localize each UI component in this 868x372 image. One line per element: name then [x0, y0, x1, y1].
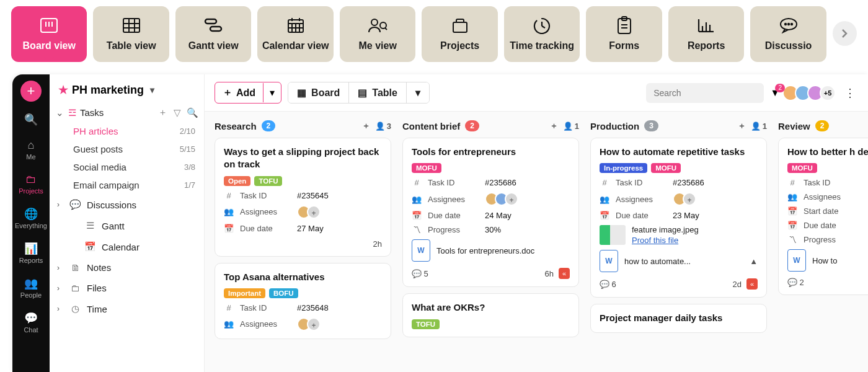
sidebar-section-time[interactable]: ›◷Time — [50, 298, 204, 319]
main-area: ＋Add ▾ ▦Board ▤Table ▾ ▼ 2 +5 ⋮ R — [205, 74, 868, 372]
priority-icon: « — [746, 278, 758, 290]
sidebar-section-discussions[interactable]: ›💬Discussions — [50, 194, 204, 215]
task-card[interactable]: Top Asana alternativesImportantBOFU # Ta… — [215, 263, 391, 339]
field-label: Task ID — [616, 178, 666, 187]
proof-link[interactable]: Proof this file — [632, 236, 699, 245]
search-tasklist-button[interactable]: 🔍 — [187, 107, 198, 118]
add-assignee-button[interactable]: + — [683, 192, 696, 206]
card-attachment[interactable]: WTools for entrepreneurs.doc — [412, 239, 570, 262]
comments-count[interactable]: 💬 2 — [787, 278, 804, 287]
rail-label: Everything — [15, 222, 47, 229]
column-people-button[interactable]: 👤1 — [751, 122, 767, 131]
tile-me-view[interactable]: Me view — [340, 6, 415, 62]
column-title: Content brief — [402, 121, 460, 131]
scroll-right-button[interactable] — [833, 21, 857, 46]
card-attachment[interactable]: feature image.jpegProof this file — [600, 225, 758, 245]
sidebar-section-calendar[interactable]: 📅Calendar — [50, 236, 204, 257]
field-label: Assignees — [240, 319, 291, 329]
rail-reports[interactable]: 📊Reports — [12, 237, 50, 269]
cal-icon: 📅 — [787, 206, 797, 216]
tile-calendar-view[interactable]: Calendar view — [257, 6, 333, 62]
tag: MOFU — [651, 163, 681, 173]
tasklist-item[interactable]: Email campaign1/7 — [50, 176, 204, 194]
tag: TOFU — [412, 319, 440, 329]
column-add-button[interactable]: ＋ — [738, 120, 746, 131]
column-title: Production — [590, 121, 639, 131]
tasklist-item[interactable]: Social media3/8 — [50, 158, 204, 176]
tasklist-item[interactable]: PH articles2/10 — [50, 122, 204, 140]
task-card[interactable]: Project manager daily tasks — [590, 304, 767, 332]
field-label: Progress — [428, 225, 479, 234]
tile-discussions[interactable]: Discussio — [750, 6, 826, 62]
task-card[interactable]: Tools for entrepreneursMOFU # Task ID#23… — [402, 138, 579, 287]
column-people-button[interactable]: 👤1 — [563, 122, 579, 131]
view-table-button[interactable]: ▤Table — [348, 82, 406, 103]
add-tasklist-button[interactable]: ＋ — [157, 107, 168, 118]
card-field-row: 👥 Assignees+ — [412, 192, 570, 206]
column-people-button[interactable]: 👤3 — [375, 122, 391, 131]
rail-search[interactable]: 🔍 — [12, 108, 50, 131]
filter-tasklist-button[interactable]: ▽ — [172, 107, 183, 118]
comments-count[interactable]: 💬 6 — [600, 280, 616, 289]
tile-forms[interactable]: Forms — [586, 6, 662, 62]
tile-time-tracking[interactable]: Time tracking — [504, 6, 580, 62]
rail-me[interactable]: ⌂Me — [12, 134, 50, 166]
add-label: Add — [236, 87, 255, 99]
field-label: Start date — [804, 206, 854, 216]
field-label: Assignees — [616, 195, 666, 204]
chevron-right-icon: › — [57, 284, 63, 293]
member-avatars[interactable]: +5 — [786, 85, 836, 101]
project-switcher[interactable]: ★ PH marketing ▾ — [50, 74, 204, 103]
sidebar-section-files[interactable]: ›🗀Files — [50, 278, 204, 298]
column-add-button[interactable]: ＋ — [362, 120, 370, 131]
tile-label: Forms — [609, 40, 639, 51]
more-menu-button[interactable]: ⋮ — [842, 86, 858, 100]
sidebar-tasks-header[interactable]: ⌄ ☲ Tasks ＋ ▽ 🔍 — [50, 103, 204, 122]
tile-board-view[interactable]: Board view — [11, 6, 87, 62]
tasklist-item[interactable]: Guest posts5/15 — [50, 140, 204, 158]
rail-chat[interactable]: 💬Chat — [12, 306, 50, 339]
tile-projects[interactable]: Projects — [422, 6, 497, 62]
card-attachment[interactable]: Whow to automate...▲ — [600, 250, 758, 272]
column-add-button[interactable]: ＋ — [550, 120, 558, 131]
search-input[interactable] — [646, 83, 764, 103]
task-card[interactable]: Ways to get a slipping project back on t… — [215, 138, 391, 257]
global-add-button[interactable]: + — [20, 81, 42, 102]
table-small-icon: ▤ — [358, 87, 367, 99]
rail-people[interactable]: 👥People — [12, 272, 50, 304]
card-field-row: 📅 Due date — [787, 221, 868, 230]
chevron-down-icon: ▾ — [150, 85, 154, 95]
view-board-button[interactable]: ▦Board — [288, 82, 348, 103]
sidebar-section-gantt[interactable]: ☰Gantt — [50, 215, 204, 236]
card-footer: 2h — [224, 238, 382, 249]
task-card[interactable]: How to better h deadlines as aMOFU # Tas… — [778, 138, 868, 295]
view-toggle: ▦Board ▤Table ▾ — [288, 82, 430, 104]
comments-count[interactable]: 💬 5 — [412, 269, 428, 278]
add-assignee-button[interactable]: + — [307, 205, 321, 219]
tile-table-view[interactable]: Table view — [93, 6, 169, 62]
task-card[interactable]: What are OKRs?TOFU — [402, 293, 579, 337]
add-button[interactable]: ＋Add — [215, 82, 263, 103]
add-assignee-button[interactable]: + — [505, 192, 518, 206]
filter-button[interactable]: ▼ 2 — [770, 87, 780, 99]
sidebar-section-notes[interactable]: ›🗎Notes — [50, 257, 204, 278]
board-small-icon: ▦ — [297, 87, 306, 99]
view-more-button[interactable]: ▾ — [406, 82, 429, 103]
add-dropdown-button[interactable]: ▾ — [263, 83, 281, 102]
tile-gantt-view[interactable]: Gantt view — [175, 6, 251, 62]
card-attachment[interactable]: WHow to — [787, 249, 868, 272]
card-tags: MOFU — [787, 163, 868, 173]
field-value: #235648 — [297, 303, 382, 312]
add-assignee-button[interactable]: + — [307, 317, 321, 331]
section-label: Gantt — [102, 221, 125, 231]
svg-rect-22 — [453, 22, 467, 32]
tasklist-label: Social media — [73, 162, 126, 172]
field-value: 30% — [485, 225, 570, 234]
rail-projects[interactable]: 🗀Projects — [12, 168, 50, 200]
svg-point-36 — [787, 24, 789, 25]
tile-reports[interactable]: Reports — [668, 6, 744, 62]
field-label: Task ID — [240, 191, 291, 200]
rail-everything[interactable]: 🌐Everything — [12, 202, 50, 234]
card-field-row: # Task ID#235645 — [224, 191, 382, 200]
task-card[interactable]: How to automate repetitive tasksIn-progr… — [590, 138, 767, 298]
